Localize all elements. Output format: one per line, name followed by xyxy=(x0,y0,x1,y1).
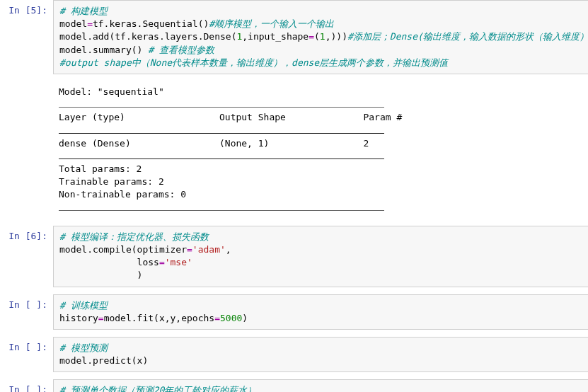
output-prompt-5 xyxy=(0,81,53,86)
prompt-in-5: In [5]: xyxy=(0,0,53,17)
prompt-in-9: In [ ]: xyxy=(0,379,53,392)
code-cell-5[interactable]: # 构建模型 model=tf.keras.Sequential()#顺序模型，… xyxy=(53,0,588,74)
code-cell-6[interactable]: # 模型编译：指定优化器、损失函数 model.compile(optimize… xyxy=(53,226,588,287)
code-cell-8[interactable]: # 模型预测 model.predict(x) xyxy=(53,337,588,372)
prompt-in-7: In [ ]: xyxy=(0,294,53,311)
prompt-in-6: In [6]: xyxy=(0,226,53,243)
code-cell-7[interactable]: # 训练模型 history=model.fit(x,y,epochs=5000… xyxy=(53,294,588,330)
output-cell-5: Model: "sequential" Layer (type) Output … xyxy=(53,81,588,219)
prompt-in-8: In [ ]: xyxy=(0,337,53,354)
code-cell-9[interactable]: # 预测单个数据（预测20年的工龄对应的薪水） model.predict(pd… xyxy=(53,379,588,392)
